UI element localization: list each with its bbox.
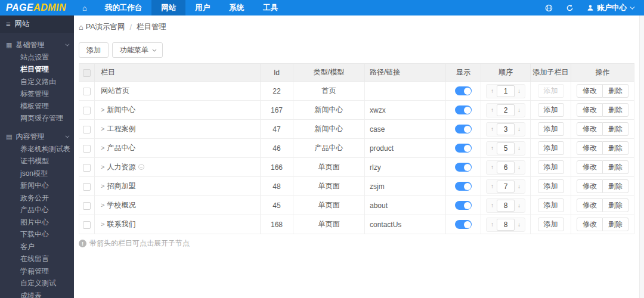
visible-toggle[interactable]: [455, 144, 472, 153]
modify-button[interactable]: 修改: [577, 218, 603, 231]
sidebar-item-证书模型[interactable]: 证书模型: [0, 156, 74, 168]
expand-arrow-icon[interactable]: >: [101, 125, 104, 132]
order-up-button[interactable]: ↑: [488, 123, 497, 135]
sidebar-group-基础管理[interactable]: ▦基础管理: [0, 39, 74, 51]
row-checkbox[interactable]: [83, 202, 91, 210]
add-child-button[interactable]: 添加: [538, 122, 564, 136]
sidebar-item-自定义路由[interactable]: 自定义路由: [0, 76, 74, 88]
visible-toggle[interactable]: [455, 105, 472, 114]
account-menu[interactable]: 账户中心: [587, 3, 633, 13]
sidebar-item-栏目管理[interactable]: 栏目管理: [0, 64, 74, 76]
expand-arrow-icon[interactable]: >: [101, 144, 104, 151]
refresh-icon[interactable]: [566, 4, 574, 12]
order-down-button[interactable]: ↓: [515, 123, 524, 135]
row-checkbox[interactable]: [83, 164, 91, 172]
expand-arrow-icon[interactable]: >: [101, 221, 104, 228]
order-up-button[interactable]: ↑: [488, 85, 497, 97]
visible-toggle[interactable]: [455, 201, 472, 210]
column-name-cell[interactable]: >招商加盟: [95, 177, 261, 196]
sidebar-item-json模型[interactable]: json模型: [0, 167, 74, 180]
delete-button[interactable]: 删除: [603, 122, 628, 136]
topnav-item-用户[interactable]: 用户: [185, 0, 219, 15]
order-value[interactable]: 8: [497, 219, 515, 231]
sidebar-item-客户[interactable]: 客户: [0, 241, 74, 253]
topnav-item-网站[interactable]: 网站: [151, 0, 185, 15]
order-value[interactable]: 1: [497, 85, 515, 97]
column-name-cell[interactable]: >工程案例: [95, 120, 261, 139]
sidebar-item-在线留言[interactable]: 在线留言: [0, 253, 74, 266]
row-checkbox[interactable]: [83, 107, 91, 114]
topnav-item-工具[interactable]: 工具: [253, 0, 287, 15]
order-value[interactable]: 6: [497, 162, 515, 173]
order-down-button[interactable]: ↓: [515, 200, 524, 212]
sidebar-item-网页缓存管理[interactable]: 网页缓存管理: [0, 113, 74, 125]
add-button[interactable]: 添加: [79, 42, 109, 58]
column-name-cell[interactable]: >产品中心: [95, 139, 261, 158]
order-up-button[interactable]: ↑: [488, 142, 497, 154]
function-menu-button[interactable]: 功能菜单: [112, 42, 163, 58]
order-value[interactable]: 8: [497, 200, 515, 212]
modify-button[interactable]: 修改: [577, 103, 603, 117]
order-value[interactable]: 7: [497, 181, 515, 193]
column-name-cell[interactable]: >学校概况: [95, 196, 261, 215]
globe-icon[interactable]: [545, 4, 553, 12]
delete-button[interactable]: 删除: [603, 103, 628, 117]
sidebar-item-成绩表[interactable]: 成绩表: [0, 290, 74, 298]
visible-toggle[interactable]: [455, 220, 472, 229]
add-child-button[interactable]: 添加: [538, 218, 564, 231]
sidebar-group-内容管理[interactable]: ▤内容管理: [0, 131, 74, 143]
modify-button[interactable]: 修改: [577, 198, 603, 212]
sidebar-item-产品中心[interactable]: 产品中心: [0, 204, 74, 217]
visible-toggle[interactable]: [455, 182, 472, 191]
column-name-cell[interactable]: >联系我们: [95, 215, 261, 234]
expand-arrow-icon[interactable]: >: [101, 201, 104, 209]
home-icon[interactable]: ⌂: [74, 0, 95, 15]
order-down-button[interactable]: ↓: [515, 104, 524, 116]
sidebar-item-养老机构测试表[interactable]: 养老机构测试表: [0, 143, 74, 156]
breadcrumb-site[interactable]: PA演示官网: [86, 22, 125, 32]
modify-button[interactable]: 修改: [577, 122, 603, 136]
row-checkbox[interactable]: [83, 183, 91, 191]
delete-button[interactable]: 删除: [603, 84, 628, 98]
delete-button[interactable]: 删除: [603, 141, 628, 155]
sidebar-header[interactable]: ≡ 网站: [0, 15, 74, 33]
add-child-button[interactable]: 添加: [538, 103, 564, 117]
sidebar-item-新闻中心[interactable]: 新闻中心: [0, 180, 74, 193]
delete-button[interactable]: 删除: [603, 160, 628, 174]
order-down-button[interactable]: ↓: [515, 181, 524, 193]
order-down-button[interactable]: ↓: [515, 142, 524, 154]
sidebar-item-学籍管理[interactable]: 学籍管理: [0, 265, 74, 278]
add-child-button[interactable]: 添加: [538, 141, 564, 155]
vertical-scrollbar[interactable]: [639, 15, 644, 298]
column-name-cell[interactable]: >人力资源: [95, 158, 261, 177]
sidebar-item-自定义测试[interactable]: 自定义测试: [0, 278, 74, 290]
order-value[interactable]: 2: [497, 104, 515, 116]
sidebar-item-标签管理[interactable]: 标签管理: [0, 88, 74, 101]
order-up-button[interactable]: ↑: [488, 104, 497, 116]
sidebar-item-站点设置[interactable]: 站点设置: [0, 51, 74, 64]
modify-button[interactable]: 修改: [577, 84, 603, 98]
order-value[interactable]: 3: [497, 123, 515, 135]
column-name-cell[interactable]: >新闻中心: [95, 101, 261, 120]
visible-toggle[interactable]: [455, 163, 472, 172]
topnav-item-系统[interactable]: 系统: [219, 0, 253, 15]
order-value[interactable]: 5: [497, 142, 515, 154]
expand-arrow-icon[interactable]: >: [101, 182, 104, 190]
order-down-button[interactable]: ↓: [515, 162, 524, 173]
modify-button[interactable]: 修改: [577, 179, 603, 193]
add-child-button[interactable]: 添加: [538, 160, 564, 174]
expand-arrow-icon[interactable]: >: [101, 163, 104, 170]
row-checkbox[interactable]: [83, 126, 91, 134]
select-all-checkbox[interactable]: [83, 69, 91, 77]
sidebar-item-图片中心[interactable]: 图片中心: [0, 216, 74, 229]
modify-button[interactable]: 修改: [577, 160, 603, 174]
delete-button[interactable]: 删除: [603, 218, 628, 231]
modify-button[interactable]: 修改: [577, 141, 603, 155]
order-up-button[interactable]: ↑: [488, 181, 497, 193]
visible-toggle[interactable]: [455, 86, 472, 95]
row-checkbox[interactable]: [83, 221, 91, 229]
order-up-button[interactable]: ↑: [488, 162, 497, 173]
order-up-button[interactable]: ↑: [488, 219, 497, 231]
row-checkbox[interactable]: [83, 88, 91, 95]
sidebar-item-政务公开[interactable]: 政务公开: [0, 192, 74, 204]
